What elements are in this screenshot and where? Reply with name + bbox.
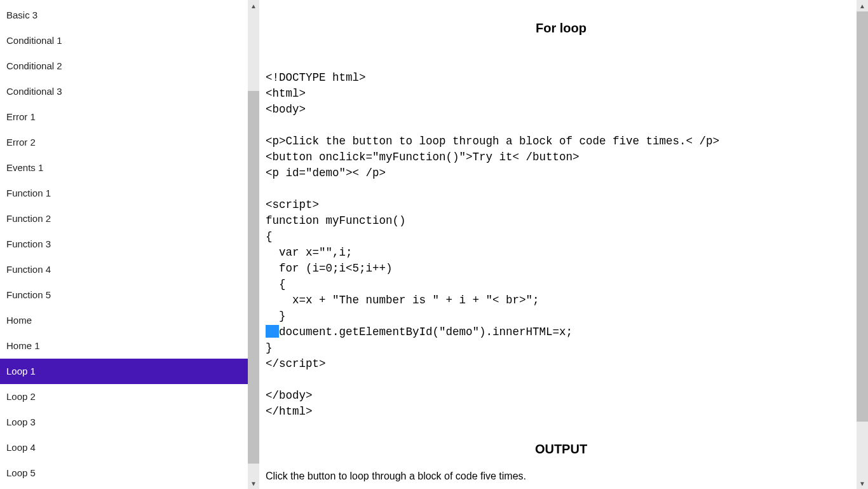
content-area: For loop <!DOCTYPE html><html><body> <p>… [259,0,857,489]
content-scroll-thumb[interactable] [857,11,868,422]
scroll-up-icon[interactable]: ▲ [248,0,259,11]
output-text: Click the button to loop through a block… [266,471,857,482]
code-line: <button onclick="myFunction()">Try it< /… [266,149,857,165]
sidebar-item[interactable]: Conditional 1 [0,28,248,53]
sidebar-item[interactable]: Function 1 [0,181,248,206]
highlight-marker-icon [266,325,279,338]
sidebar-item[interactable]: Function 3 [0,231,248,257]
sidebar-item[interactable]: Error 2 [0,130,248,155]
code-line [266,372,857,388]
code-block: <!DOCTYPE html><html><body> <p>Click the… [266,70,857,420]
scroll-down-icon[interactable]: ▼ [857,478,868,489]
scroll-up-icon[interactable]: ▲ [857,0,868,11]
sidebar-item[interactable]: Conditional 3 [0,79,248,104]
sidebar-item[interactable]: Events 1 [0,155,248,181]
code-line: <html> [266,86,857,102]
sidebar-scroll-track[interactable] [248,11,259,478]
code-line: <script> [266,197,857,213]
code-line: <p>Click the button to loop through a bl… [266,134,857,149]
code-line: <p id="demo">< /p> [266,165,857,181]
sidebar-list: Basic 3Conditional 1Conditional 2Conditi… [0,0,248,489]
sidebar-item[interactable]: Function 5 [0,282,248,308]
code-line: for (i=0;i<5;i++) [266,261,857,277]
content-scroll-track[interactable] [857,11,868,478]
code-line: </html> [266,404,857,420]
sidebar-item[interactable]: Home [0,308,248,333]
scroll-down-icon[interactable]: ▼ [248,478,259,489]
code-line: { [266,229,857,245]
code-line: } [266,340,857,356]
sidebar-item[interactable]: Loop 3 [0,410,248,435]
sidebar-item[interactable]: Conditional 2 [0,53,248,79]
sidebar-scrollbar[interactable]: ▲ ▼ [248,0,259,489]
sidebar-item[interactable]: Loop 4 [0,435,248,460]
sidebar-item[interactable]: Loop 1 [0,359,248,384]
sidebar-item[interactable]: Home 1 [0,333,248,359]
sidebar-item[interactable]: Loop 2 [0,384,248,410]
code-line: </script> [266,356,857,372]
code-line: { [266,277,857,293]
code-line: x=x + "The number is " + i + "< br>"; [266,293,857,308]
code-line [266,118,857,134]
sidebar-item[interactable]: Loop 5 [0,460,248,486]
code-line: var x="",i; [266,245,857,261]
sidebar-item[interactable]: Error 1 [0,104,248,130]
page-title: For loop [266,21,857,36]
sidebar-item[interactable]: Function 4 [0,257,248,282]
sidebar-panel: Basic 3Conditional 1Conditional 2Conditi… [0,0,259,489]
code-line [266,181,857,197]
content-scrollbar[interactable]: ▲ ▼ [857,0,868,489]
output-heading: OUTPUT [266,442,857,457]
code-line: <body> [266,102,857,118]
sidebar-item[interactable]: Basic 3 [0,3,248,28]
sidebar-item[interactable]: Function 2 [0,206,248,231]
code-line: } [266,308,857,324]
content-panel: For loop <!DOCTYPE html><html><body> <p>… [259,0,868,489]
code-line: document.getElementById("demo").innerHTM… [266,324,857,340]
sidebar-scroll-thumb[interactable] [248,91,259,464]
code-line: function myFunction() [266,213,857,229]
code-line: <!DOCTYPE html> [266,70,857,86]
code-line: </body> [266,388,857,404]
